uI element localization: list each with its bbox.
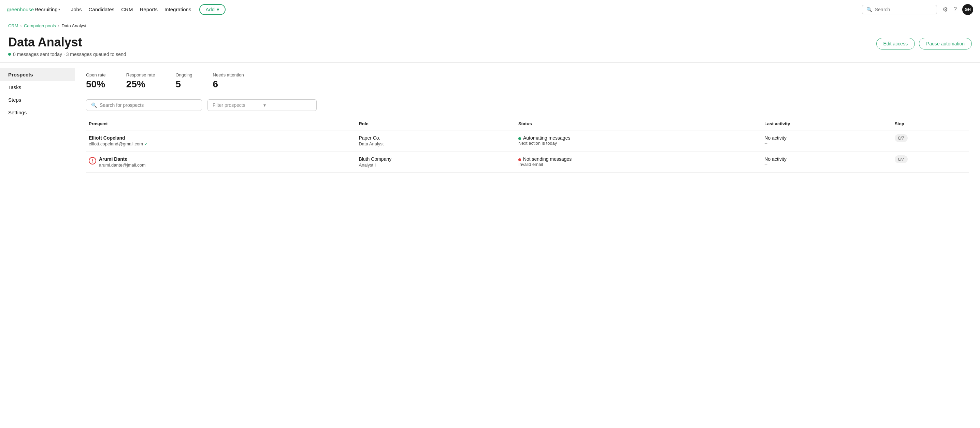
stat-open-rate-label: Open rate [86, 72, 106, 78]
nav-crm[interactable]: CRM [121, 6, 133, 12]
breadcrumb-current: Data Analyst [61, 23, 86, 28]
page-title: Data Analyst [8, 35, 126, 49]
col-status: Status [515, 118, 762, 130]
prospect-search-input[interactable] [100, 102, 197, 108]
logo[interactable]: greenhouse Recruiting ▾ [7, 6, 60, 12]
prospect-email-2: arumi.dante@jmail.com [99, 162, 146, 167]
stat-ongoing-value: 5 [175, 79, 192, 90]
step-badge-2: 0/7 [895, 155, 908, 163]
status-badge-1: Automating messages [518, 135, 759, 141]
sidebar: Prospects Tasks Steps Settings [0, 63, 75, 423]
prospect-cell-2: ! Arumi Dante arumi.dante@jmail.com [86, 151, 356, 173]
activity-val-2: No activity [764, 156, 889, 162]
warning-icon: ! [89, 157, 96, 164]
col-last-activity: Last activity [762, 118, 892, 130]
col-role: Role [356, 118, 515, 130]
prospect-name-2: Arumi Dante [99, 156, 146, 162]
pause-automation-button[interactable]: Pause automation [919, 38, 972, 49]
nav-jobs[interactable]: Jobs [71, 6, 82, 12]
search-filter-row: 🔍 Filter prospects ▾ [86, 99, 969, 111]
activity-val-1: No activity [764, 135, 889, 141]
activity-sub-2: -- [764, 162, 889, 167]
status-text: 0 messages sent today · 3 messages queue… [13, 51, 126, 57]
status-badge-2: Not sending messages [518, 156, 759, 162]
breadcrumb-sep-1: › [21, 23, 22, 28]
sidebar-item-tasks[interactable]: Tasks [0, 81, 75, 94]
help-button[interactable]: ? [953, 6, 957, 13]
avatar[interactable]: GH [962, 4, 973, 15]
status-dot-icon [8, 53, 11, 56]
stat-needs-attention-value: 6 [213, 79, 244, 90]
activity-cell-2: No activity -- [762, 151, 892, 173]
nav-reports[interactable]: Reports [140, 6, 158, 12]
status-line: 0 messages sent today · 3 messages queue… [8, 51, 126, 57]
sidebar-item-prospects[interactable]: Prospects [0, 68, 75, 81]
status-sub-2: Invalid email [518, 162, 759, 167]
page-header-actions: Edit access Pause automation [876, 38, 972, 49]
settings-button[interactable]: ⚙ [942, 6, 948, 13]
global-search[interactable]: 🔍 [862, 5, 937, 14]
filter-chevron-icon: ▾ [263, 102, 312, 108]
add-button[interactable]: Add ▾ [199, 4, 226, 15]
stat-needs-attention-label: Needs attention [213, 72, 244, 78]
prospect-with-warning: ! Arumi Dante arumi.dante@jmail.com [89, 156, 353, 167]
activity-cell-1: No activity -- [762, 130, 892, 151]
status-dot-green-icon-1 [518, 137, 521, 140]
add-chevron-icon: ▾ [217, 6, 220, 13]
logo-green: greenhouse [7, 6, 34, 12]
sidebar-item-steps[interactable]: Steps [0, 94, 75, 106]
stats-row: Open rate 50% Response rate 25% Ongoing … [86, 72, 969, 90]
page-header: Data Analyst 0 messages sent today · 3 m… [0, 32, 980, 62]
search-input[interactable] [875, 7, 932, 12]
table-body: Elliott Copeland elliott.copeland@gmail.… [86, 130, 969, 173]
logo-black: Recruiting [35, 6, 58, 12]
status-dot-red-icon-2 [518, 158, 521, 161]
prospects-table: Prospect Role Status Last activity Step … [86, 118, 969, 173]
nav-links: Jobs Candidates CRM Reports Integrations [71, 6, 191, 12]
role-company-1: Paper Co. [359, 135, 512, 141]
breadcrumb-campaign-pools[interactable]: Campaign pools [24, 23, 56, 28]
breadcrumb-sep-2: › [58, 23, 59, 28]
role-cell-1: Paper Co. Data Analyst [356, 130, 515, 151]
activity-sub-1: -- [764, 141, 889, 146]
breadcrumb-crm[interactable]: CRM [8, 23, 18, 28]
prospect-email-text-2: arumi.dante@jmail.com [99, 162, 146, 167]
nav-integrations[interactable]: Integrations [164, 6, 191, 12]
col-prospect: Prospect [86, 118, 356, 130]
edit-access-button[interactable]: Edit access [876, 38, 915, 49]
filter-placeholder: Filter prospects [213, 102, 261, 108]
table-row[interactable]: Elliott Copeland elliott.copeland@gmail.… [86, 130, 969, 151]
role-cell-2: Bluth Company Analyst I [356, 151, 515, 173]
breadcrumb: CRM › Campaign pools › Data Analyst [0, 19, 980, 32]
step-badge-1: 0/7 [895, 134, 908, 142]
status-label-2: Not sending messages [523, 156, 571, 162]
status-sub-1: Next action is today [518, 141, 759, 146]
stat-response-rate: Response rate 25% [126, 72, 155, 90]
page-header-left: Data Analyst 0 messages sent today · 3 m… [8, 35, 126, 57]
main-layout: Prospects Tasks Steps Settings Open rate… [0, 63, 980, 423]
status-label-1: Automating messages [523, 135, 571, 141]
prospect-info-2: Arumi Dante arumi.dante@jmail.com [99, 156, 146, 167]
top-navigation: greenhouse Recruiting ▾ Jobs Candidates … [0, 0, 980, 19]
prospect-search[interactable]: 🔍 [86, 99, 202, 111]
status-cell-1: Automating messages Next action is today [515, 130, 762, 151]
nav-candidates[interactable]: Candidates [88, 6, 114, 12]
role-company-2: Bluth Company [359, 156, 512, 162]
email-verified-icon-1: ✓ [144, 142, 148, 146]
stat-open-rate: Open rate 50% [86, 72, 106, 90]
role-title-2: Analyst I [359, 162, 512, 167]
prospect-email-1: elliott.copeland@gmail.com ✓ [89, 141, 353, 146]
prospect-email-text-1: elliott.copeland@gmail.com [89, 141, 143, 146]
search-icon: 🔍 [866, 7, 872, 12]
stat-ongoing-label: Ongoing [175, 72, 192, 78]
main-content: Open rate 50% Response rate 25% Ongoing … [75, 63, 980, 423]
prospect-cell-1: Elliott Copeland elliott.copeland@gmail.… [86, 130, 356, 151]
sidebar-item-settings[interactable]: Settings [0, 106, 75, 119]
topnav-right: 🔍 ⚙ ? GH [862, 4, 973, 15]
logo-chevron-icon: ▾ [58, 8, 60, 11]
filter-prospects[interactable]: Filter prospects ▾ [207, 99, 317, 111]
role-title-1: Data Analyst [359, 141, 512, 146]
stat-needs-attention: Needs attention 6 [213, 72, 244, 90]
stat-ongoing: Ongoing 5 [175, 72, 192, 90]
table-row[interactable]: ! Arumi Dante arumi.dante@jmail.com Blut… [86, 151, 969, 173]
